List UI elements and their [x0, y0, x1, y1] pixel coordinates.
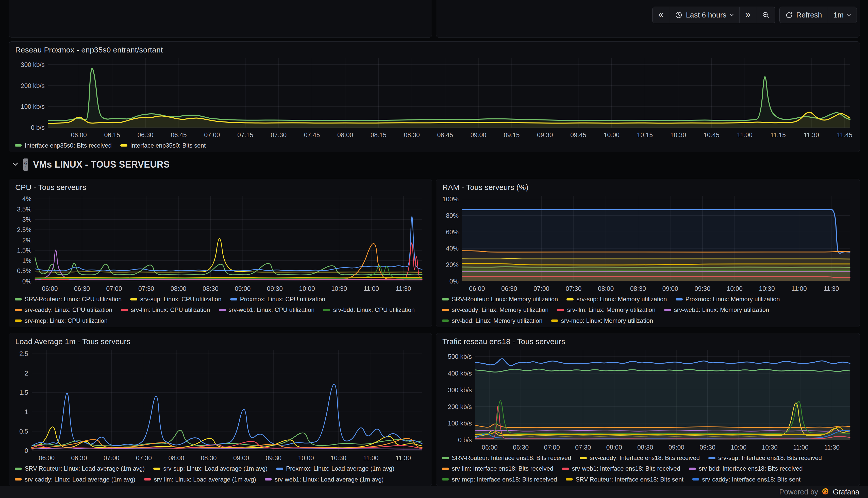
legend-swatch	[562, 468, 569, 470]
panel-title[interactable]: CPU - Tous serveurs	[15, 183, 426, 192]
svg-text:06:15: 06:15	[104, 131, 120, 139]
svg-text:11:00: 11:00	[791, 285, 807, 292]
legend-label: Proxmox: Linux: Load average (1m avg)	[286, 465, 394, 472]
legend-item[interactable]: srv-caddy: Interface ens18: Bits sent	[692, 476, 801, 483]
svg-text:08:00: 08:00	[170, 285, 187, 292]
legend-item[interactable]: SRV-Routeur: Interface ens18: Bits sent	[566, 476, 684, 483]
legend-item[interactable]: srv-web1: Linux: Memory utilization	[664, 306, 769, 313]
legend-swatch	[566, 478, 573, 481]
panel-title[interactable]: Trafic reseau ens18 - Tous serveurs	[442, 337, 854, 346]
panel-title[interactable]: Reseau Proxmox - enp35s0 entrant/sortant	[15, 45, 854, 54]
svg-text:08:00: 08:00	[598, 285, 614, 292]
legend-label: srv-web1: Interface ens18: Bits received	[572, 465, 680, 472]
svg-text:0%: 0%	[449, 278, 459, 285]
legend-label: SRV-Routeur: Linux: Load average (1m avg…	[25, 465, 145, 472]
svg-text:11:30: 11:30	[396, 285, 411, 292]
svg-text:06:30: 06:30	[501, 285, 517, 292]
legend-item[interactable]: srv-llm: Linux: CPU utilization	[121, 306, 210, 313]
legend-item[interactable]: srv-mcp: Linux: CPU utilization	[15, 317, 107, 324]
legend-item[interactable]: srv-llm: Linux: Load average (1m avg)	[144, 476, 256, 483]
legend-item[interactable]: srv-web1: Linux: CPU utilization	[219, 306, 315, 313]
row-header-vms-linux[interactable]: 1F5A5 VMs LINUX - TOUS SERVEURS	[12, 157, 169, 172]
legend-label: Proxmox: Linux: Memory utilization	[686, 296, 780, 302]
legend-item[interactable]: srv-sup: Linux: CPU utilization	[130, 296, 221, 302]
legend-item[interactable]: srv-bdd: Interface ens18: Bits received	[689, 465, 803, 472]
svg-text:4%: 4%	[22, 195, 31, 202]
reseau-proxmox-chart[interactable]: 06:0006:1506:3006:4507:0007:1507:3007:45…	[15, 55, 854, 140]
svg-text:100 kb/s: 100 kb/s	[21, 103, 45, 110]
legend-item[interactable]: srv-sup: Interface ens18: Bits received	[709, 455, 822, 461]
refresh-button[interactable]: Refresh	[780, 7, 828, 23]
legend-item[interactable]: SRV-Routeur: Linux: Load average (1m avg…	[15, 465, 145, 472]
svg-text:0 b/s: 0 b/s	[458, 436, 472, 444]
svg-text:06:45: 06:45	[171, 131, 187, 139]
svg-text:09:30: 09:30	[266, 454, 282, 461]
legend-item[interactable]: Proxmox: Linux: Memory utilization	[676, 296, 780, 302]
svg-text:100 kb/s: 100 kb/s	[448, 420, 472, 427]
legend-swatch	[15, 478, 22, 481]
panel-title[interactable]: RAM - Tous serveurs (%)	[442, 183, 854, 192]
svg-text:08:30: 08:30	[203, 285, 218, 292]
legend-item[interactable]: srv-llm: Linux: Memory utilization	[557, 306, 655, 313]
panel-title[interactable]: Load Average 1m - Tous serveurs	[15, 337, 426, 346]
legend-swatch	[219, 309, 226, 311]
legend-item[interactable]: srv-mcp: Linux: Memory utilization	[551, 317, 653, 324]
legend-label: srv-llm: Linux: Load average (1m avg)	[154, 476, 256, 483]
legend-item[interactable]: srv-web1: Interface ens18: Bits received	[562, 465, 680, 472]
legend-item[interactable]: srv-llm: Interface ens18: Bits received	[442, 465, 553, 472]
trafic-ens18-chart[interactable]: 06:0006:3007:0007:3008:0008:3009:0009:30…	[442, 347, 854, 453]
svg-text:07:30: 07:30	[138, 285, 154, 292]
svg-text:1.5%: 1.5%	[17, 247, 31, 254]
legend-item[interactable]: srv-sup: Linux: Memory utilization	[566, 296, 667, 302]
legend-item[interactable]: SRV-Routeur: Linux: Memory utilization	[442, 296, 558, 302]
legend-item[interactable]: SRV-Routeur: Linux: CPU utilization	[15, 296, 122, 302]
legend-item[interactable]: srv-caddy: Linux: Load average (1m avg)	[15, 476, 135, 483]
legend-item[interactable]: srv-caddy: Linux: CPU utilization	[15, 306, 112, 313]
legend-item[interactable]: srv-bdd: Linux: CPU utilization	[323, 306, 414, 313]
legend-item[interactable]: srv-caddy: Interface ens18: Bits receive…	[580, 455, 700, 461]
load-average-chart[interactable]: 06:0006:3007:0007:3008:0008:3009:0009:30…	[15, 347, 426, 463]
legend-item[interactable]: srv-caddy: Linux: Memory utilization	[442, 306, 548, 313]
panel-reseau-proxmox: Reseau Proxmox - enp35s0 entrant/sortant…	[9, 41, 860, 152]
svg-text:300 kb/s: 300 kb/s	[21, 61, 45, 68]
legend-item[interactable]: Interface enp35s0: Bits received	[15, 142, 112, 149]
svg-text:11:00: 11:00	[363, 454, 379, 461]
svg-text:09:00: 09:00	[233, 454, 249, 461]
legend-swatch	[566, 298, 574, 300]
legend-item[interactable]: srv-web1: Linux: Load average (1m avg)	[265, 476, 384, 483]
ram-legend: SRV-Routeur: Linux: Memory utilizationsr…	[442, 296, 854, 324]
svg-text:500 kb/s: 500 kb/s	[448, 353, 472, 360]
svg-text:0.5: 0.5	[19, 428, 28, 435]
reseau-proxmox-legend: Interface enp35s0: Bits receivedInterfac…	[15, 142, 854, 149]
legend-label: srv-llm: Interface ens18: Bits received	[452, 465, 553, 472]
svg-text:09:15: 09:15	[504, 131, 520, 139]
time-forward-button[interactable]: »	[739, 7, 756, 23]
legend-item[interactable]: SRV-Routeur: Interface ens18: Bits recei…	[442, 455, 571, 461]
legend-label: srv-caddy: Interface ens18: Bits sent	[702, 476, 801, 483]
legend-swatch	[442, 468, 449, 470]
svg-text:11:00: 11:00	[793, 444, 808, 451]
svg-text:07:00: 07:00	[544, 444, 560, 451]
cpu-chart[interactable]: 06:0006:3007:0007:3008:0008:3009:0009:30…	[15, 193, 426, 294]
legend-item[interactable]: srv-sup: Linux: Load average (1m avg)	[153, 465, 268, 472]
load-average-legend: SRV-Routeur: Linux: Load average (1m avg…	[15, 465, 426, 483]
trafic-ens18-legend: SRV-Routeur: Interface ens18: Bits recei…	[442, 455, 854, 483]
ram-chart[interactable]: 06:0006:3007:0007:3008:0008:3009:0009:30…	[442, 193, 854, 294]
legend-label: srv-sup: Linux: CPU utilization	[140, 296, 221, 302]
legend-item[interactable]: srv-mcp: Interface ens18: Bits received	[442, 476, 557, 483]
refresh-interval-select[interactable]: 1m	[828, 7, 857, 23]
svg-text:07:00: 07:00	[106, 285, 122, 292]
legend-item[interactable]: srv-bdd: Linux: Memory utilization	[442, 317, 542, 324]
legend-item[interactable]: Interface enp35s0: Bits sent	[120, 142, 206, 149]
legend-item[interactable]: Proxmox: Linux: CPU utilization	[230, 296, 326, 302]
svg-text:06:30: 06:30	[138, 131, 154, 139]
svg-text:10:30: 10:30	[670, 131, 686, 139]
legend-label: srv-caddy: Interface ens18: Bits receive…	[590, 455, 700, 461]
time-back-button[interactable]: «	[652, 7, 669, 23]
zoom-out-button[interactable]	[756, 7, 775, 23]
chevrons-left-icon: «	[658, 10, 663, 19]
svg-text:09:30: 09:30	[694, 285, 711, 292]
time-range-picker-button[interactable]: Last 6 hours	[669, 7, 739, 23]
legend-swatch	[442, 319, 449, 322]
legend-item[interactable]: Proxmox: Linux: Load average (1m avg)	[276, 465, 394, 472]
